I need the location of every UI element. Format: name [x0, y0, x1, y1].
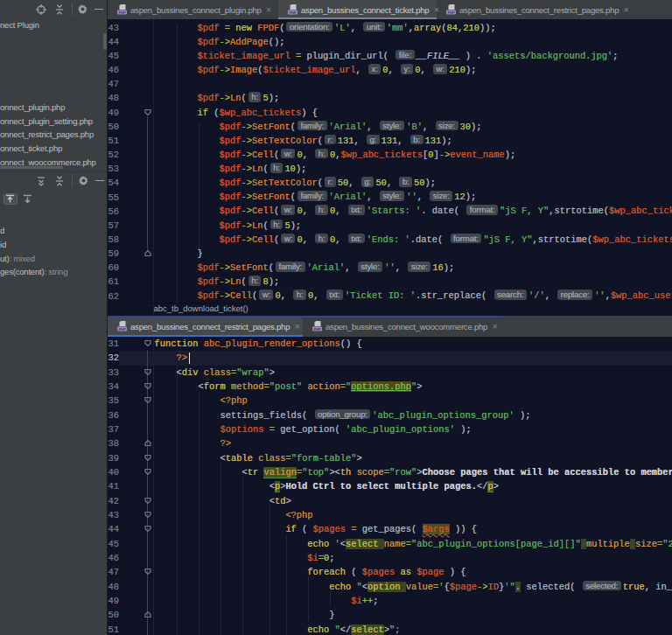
svg-text:PHP: PHP	[314, 327, 321, 331]
svg-text:PHP: PHP	[119, 10, 126, 15]
svg-text:PHP: PHP	[119, 327, 126, 331]
svg-text:PHP: PHP	[290, 10, 297, 15]
svg-text:PHP: PHP	[448, 10, 455, 15]
